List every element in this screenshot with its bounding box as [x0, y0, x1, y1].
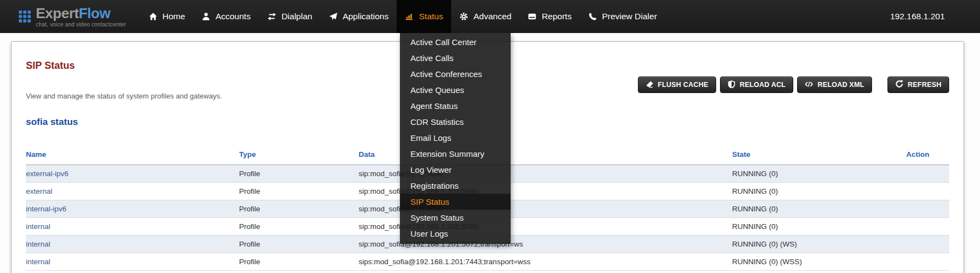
server-ip: 192.168.1.201 — [890, 12, 945, 21]
nav-item-label: Advanced — [473, 12, 511, 21]
profile-link[interactable]: internal — [26, 222, 50, 231]
refresh-button[interactable]: REFRESH — [887, 77, 949, 93]
nav-item-label: Applications — [343, 12, 389, 21]
menu-item-extension-summary[interactable]: Extension Summary — [400, 146, 511, 162]
toolbar: FLUSH CACHE RELOAD ACL RELOAD XML REFRES… — [634, 77, 949, 93]
state-cell: RUNNING (0) — [732, 200, 906, 218]
logo-text: ExpertFlow — [36, 6, 126, 20]
profile-link[interactable]: internal — [26, 240, 50, 248]
paper-plane-icon — [329, 12, 338, 21]
flush-cache-button[interactable]: FLUSH CACHE — [638, 77, 716, 93]
column-header-type: Type — [239, 145, 359, 165]
phone-icon — [588, 12, 597, 21]
menu-item-registrations[interactable]: Registrations — [400, 178, 511, 194]
column-header-action: Action — [906, 145, 949, 165]
type-cell: Profile — [239, 200, 359, 218]
action-cell — [906, 200, 949, 218]
action-cell — [906, 183, 949, 200]
expertflow-logo[interactable]: ExpertFlow chat, voice and video contact… — [19, 6, 126, 28]
main-nav: Home Accounts Dialplan Applications Stat… — [140, 0, 665, 33]
profile-link[interactable]: internal — [26, 258, 50, 266]
code-icon — [805, 80, 813, 90]
menu-item-cdr-statistics[interactable]: CDR Statistics — [400, 114, 511, 130]
shield-icon — [728, 80, 735, 90]
nav-item-label: Home — [163, 12, 185, 21]
logo-tagline: chat, voice and video contactcenter — [36, 22, 126, 28]
column-header-state: State — [732, 145, 906, 165]
dots-grid-icon — [19, 10, 31, 23]
nav-item-accounts[interactable]: Accounts — [193, 0, 259, 33]
transfer-arrows-icon — [267, 12, 277, 21]
state-cell: RUNNING (0) — [732, 183, 906, 200]
menu-item-active-call-center[interactable]: Active Call Center — [400, 34, 511, 50]
nav-item-reports[interactable]: Reports — [519, 0, 580, 33]
type-cell: Profile — [239, 253, 359, 271]
menu-item-log-viewer[interactable]: Log Viewer — [400, 162, 511, 178]
state-cell: RUNNING (0) (WSS) — [732, 253, 906, 271]
hard-drive-icon — [528, 12, 537, 21]
nav-item-dialplan[interactable]: Dialplan — [259, 0, 321, 33]
button-label: FLUSH CACHE — [658, 81, 708, 89]
menu-item-active-calls[interactable]: Active Calls — [400, 50, 511, 66]
nav-item-home[interactable]: Home — [140, 0, 193, 33]
nav-item-preview-dialer[interactable]: Preview Dialer — [580, 0, 665, 33]
type-cell: Profile — [239, 165, 359, 183]
profile-link[interactable]: internal-ipv6 — [26, 205, 67, 213]
menu-item-system-status[interactable]: System Status — [400, 210, 511, 226]
nav-item-status[interactable]: Status — [397, 0, 451, 33]
top-navbar: ExpertFlow chat, voice and video contact… — [0, 0, 980, 33]
menu-item-agent-status[interactable]: Agent Status — [400, 98, 511, 114]
type-cell: Profile — [239, 183, 359, 200]
eraser-icon — [646, 80, 653, 90]
nav-item-applications[interactable]: Applications — [321, 0, 397, 33]
column-header-name: Name — [26, 145, 239, 165]
status-dropdown-menu: Active Call Center Active Calls Active C… — [400, 33, 511, 244]
nav-item-label: Preview Dialer — [602, 12, 657, 21]
profile-link[interactable]: external-ipv6 — [26, 170, 68, 178]
reload-acl-button[interactable]: RELOAD ACL — [720, 77, 793, 93]
reload-xml-button[interactable]: RELOAD XML — [797, 77, 872, 93]
data-cell: sips:mod_sofia@192.168.1.201:7443;transp… — [359, 253, 732, 271]
action-cell — [906, 253, 949, 271]
action-cell — [906, 236, 949, 253]
menu-item-user-logs[interactable]: User Logs — [400, 226, 511, 242]
nav-item-label: Accounts — [215, 12, 251, 21]
bar-chart-icon — [405, 12, 414, 21]
type-cell: Profile — [239, 218, 359, 236]
table-row: internal Profile sips:mod_sofia@192.168.… — [26, 253, 949, 271]
button-label: RELOAD ACL — [740, 81, 786, 89]
refresh-icon — [895, 80, 903, 90]
nav-item-advanced[interactable]: Advanced — [451, 0, 519, 33]
menu-item-sip-status[interactable]: SIP Status — [400, 194, 511, 210]
action-cell — [906, 218, 949, 236]
state-cell: RUNNING (0) — [732, 165, 906, 183]
state-cell: RUNNING (0) — [732, 218, 906, 236]
nav-item-label: Reports — [542, 12, 571, 21]
state-cell: RUNNING (0) (WS) — [732, 236, 906, 253]
menu-item-active-queues[interactable]: Active Queues — [400, 82, 511, 98]
menu-item-active-conferences[interactable]: Active Conferences — [400, 66, 511, 82]
home-icon — [149, 12, 158, 21]
user-icon — [202, 12, 210, 21]
menu-item-email-logs[interactable]: Email Logs — [400, 130, 511, 146]
nav-item-label: Status — [419, 12, 443, 21]
button-label: RELOAD XML — [817, 81, 864, 89]
button-label: REFRESH — [908, 81, 941, 89]
type-cell: Profile — [239, 236, 359, 253]
gear-icon — [459, 12, 468, 21]
nav-item-label: Dialplan — [281, 12, 312, 21]
action-cell — [906, 165, 949, 183]
profile-link[interactable]: external — [26, 187, 52, 195]
